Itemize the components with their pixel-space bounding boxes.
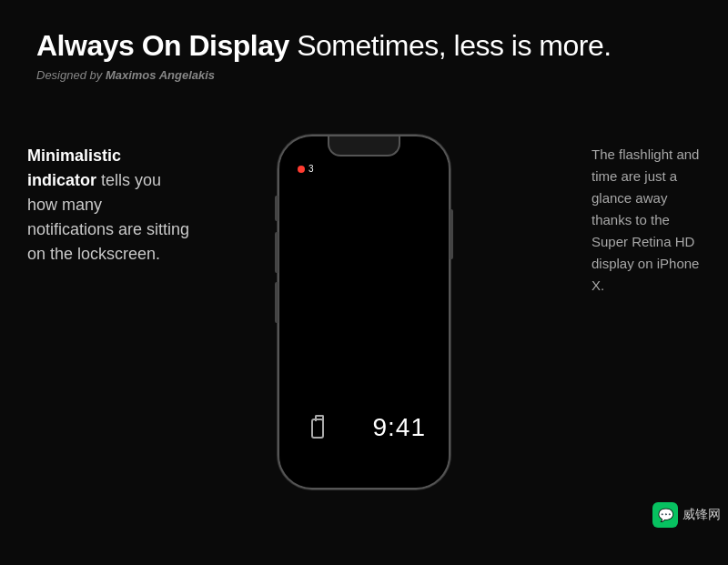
time-display: 9:41 [373, 413, 427, 442]
wechat-icon: 💬 [652, 502, 678, 528]
wechat-badge: 💬 威锋网 [652, 502, 721, 528]
subtitle-prefix: Designed by [36, 68, 106, 82]
flashlight-icon [307, 415, 329, 442]
red-dot-icon [298, 166, 305, 173]
mute-button [275, 196, 278, 221]
right-description: The flashlight and time are just a glanc… [592, 144, 701, 297]
iphone-notch [328, 136, 400, 156]
iphone-mockup: 3 9:41 [278, 89, 450, 535]
flashlight-shape [311, 419, 324, 439]
main-title: Always On Display Sometimes, less is mor… [36, 29, 692, 63]
content-area: Minimalistic indicator tells you how man… [0, 89, 728, 535]
header: Always On Display Sometimes, less is mor… [0, 0, 728, 89]
subtitle-author: Maximos Angelakis [106, 68, 215, 82]
iphone-screen: 3 9:41 [279, 136, 449, 488]
left-description: Minimalistic indicator tells you how man… [27, 144, 191, 267]
notification-count: 3 [308, 164, 314, 174]
title-regular-part: Sometimes, less is more. [289, 29, 612, 62]
volume-up-button [275, 232, 278, 273]
volume-down-button [275, 282, 278, 323]
notification-indicator: 3 [298, 164, 314, 174]
subtitle: Designed by Maximos Angelakis [36, 68, 692, 82]
wechat-label: 威锋网 [682, 507, 721, 523]
power-button [450, 209, 453, 259]
iphone-body: 3 9:41 [278, 135, 450, 489]
title-bold-part: Always On Display [36, 29, 289, 62]
wechat-icon-glyph: 💬 [658, 508, 673, 522]
